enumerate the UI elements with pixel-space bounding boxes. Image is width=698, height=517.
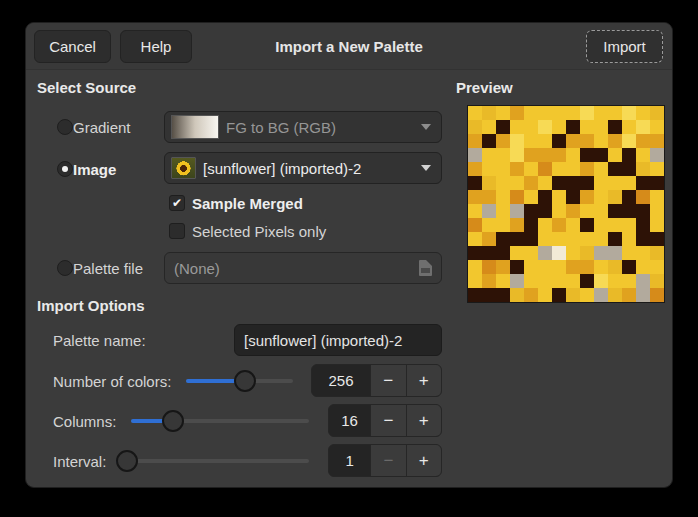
preview-cell	[650, 176, 664, 190]
interval-label: Interval:	[53, 453, 106, 470]
slider-track[interactable]	[116, 459, 309, 463]
checkmark-icon: ✔	[170, 196, 184, 210]
preview-cell	[650, 106, 664, 120]
preview-cell	[496, 190, 510, 204]
selected-pixels-label[interactable]: Selected Pixels only	[192, 223, 326, 240]
palette-file-button[interactable]: (None)	[164, 252, 442, 284]
palette-file-radio-label[interactable]: Palette file	[73, 260, 143, 277]
sample-merged-checkbox[interactable]: ✔	[169, 195, 185, 211]
cancel-button[interactable]: Cancel	[34, 30, 111, 63]
preview-cell	[552, 232, 566, 246]
preview-cell	[524, 176, 538, 190]
slider-thumb[interactable]	[162, 410, 184, 432]
preview-cell	[468, 134, 482, 148]
num-colors-value[interactable]: 256	[312, 365, 370, 396]
preview-cell	[482, 204, 496, 218]
preview-cell	[636, 148, 650, 162]
interval-slider[interactable]	[116, 450, 309, 472]
slider-thumb[interactable]	[116, 450, 138, 472]
preview-cell	[496, 176, 510, 190]
columns-slider[interactable]	[131, 410, 309, 432]
preview-cell	[594, 176, 608, 190]
interval-minus-button[interactable]: −	[370, 445, 405, 476]
preview-cell	[468, 218, 482, 232]
preview-cell	[468, 148, 482, 162]
image-radio[interactable]	[57, 161, 73, 177]
preview-cell	[496, 106, 510, 120]
preview-cell	[510, 162, 524, 176]
interval-value[interactable]: 1	[329, 445, 370, 476]
preview-cell	[510, 134, 524, 148]
preview-cell	[594, 190, 608, 204]
preview-cell	[552, 162, 566, 176]
palette-name-input[interactable]: [sunflower] (imported)-2	[234, 324, 442, 356]
preview-cell	[510, 246, 524, 260]
preview-cell	[622, 134, 636, 148]
preview-cell	[594, 204, 608, 218]
preview-cell	[622, 274, 636, 288]
slider-thumb[interactable]	[234, 370, 256, 392]
help-button[interactable]: Help	[120, 30, 192, 63]
import-button[interactable]: Import	[586, 30, 663, 63]
preview-cell	[608, 134, 622, 148]
preview-heading: Preview	[456, 79, 513, 96]
preview-cell	[468, 106, 482, 120]
selected-pixels-checkbox[interactable]: ✔	[169, 223, 185, 239]
preview-cell	[524, 134, 538, 148]
preview-cell	[622, 190, 636, 204]
preview-cell	[552, 260, 566, 274]
preview-cell	[538, 190, 552, 204]
preview-cell	[496, 134, 510, 148]
palette-file-radio[interactable]	[57, 260, 73, 276]
num-colors-spinbox: 256 − +	[311, 364, 442, 397]
preview-cell	[496, 260, 510, 274]
preview-cell	[538, 120, 552, 134]
preview-cell	[622, 260, 636, 274]
gradient-thumbnail-icon	[171, 115, 219, 139]
gradient-radio-label[interactable]: Gradient	[73, 119, 131, 136]
interval-plus-button[interactable]: +	[406, 445, 441, 476]
columns-minus-button[interactable]: −	[370, 405, 405, 436]
preview-cell	[566, 204, 580, 218]
preview-cell	[496, 162, 510, 176]
preview-cell	[636, 190, 650, 204]
titlebar[interactable]: Import a New Palette Cancel Help Import	[26, 23, 672, 70]
preview-cell	[608, 204, 622, 218]
import-palette-dialog: Import a New Palette Cancel Help Import …	[25, 22, 673, 488]
preview-cell	[468, 274, 482, 288]
preview-cell	[538, 176, 552, 190]
preview-cell	[636, 288, 650, 302]
preview-cell	[482, 246, 496, 260]
preview-cell	[524, 204, 538, 218]
preview-cell	[482, 218, 496, 232]
image-radio-label[interactable]: Image	[73, 161, 116, 178]
gradient-combobox[interactable]: FG to BG (RGB)	[164, 111, 442, 143]
num-colors-label: Number of colors:	[53, 373, 171, 390]
preview-cell	[510, 176, 524, 190]
image-combobox[interactable]: [sunflower] (imported)-2	[164, 152, 442, 184]
preview-cell	[510, 106, 524, 120]
columns-value[interactable]: 16	[329, 405, 370, 436]
preview-cell	[622, 246, 636, 260]
preview-cell	[608, 176, 622, 190]
preview-cell	[650, 162, 664, 176]
preview-cell	[608, 162, 622, 176]
num-colors-slider[interactable]	[186, 370, 293, 392]
preview-cell	[636, 176, 650, 190]
gradient-radio[interactable]	[57, 119, 73, 135]
preview-cell	[482, 120, 496, 134]
preview-cell	[510, 232, 524, 246]
preview-cell	[482, 134, 496, 148]
num-colors-minus-button[interactable]: −	[370, 365, 405, 396]
preview-cell	[468, 162, 482, 176]
preview-cell	[510, 120, 524, 134]
preview-cell	[580, 162, 594, 176]
preview-cell	[622, 106, 636, 120]
columns-plus-button[interactable]: +	[406, 405, 441, 436]
preview-cell	[608, 260, 622, 274]
sample-merged-label[interactable]: Sample Merged	[192, 195, 303, 212]
preview-cell	[482, 260, 496, 274]
num-colors-plus-button[interactable]: +	[406, 365, 441, 396]
preview-cell	[510, 260, 524, 274]
preview-cell	[608, 120, 622, 134]
